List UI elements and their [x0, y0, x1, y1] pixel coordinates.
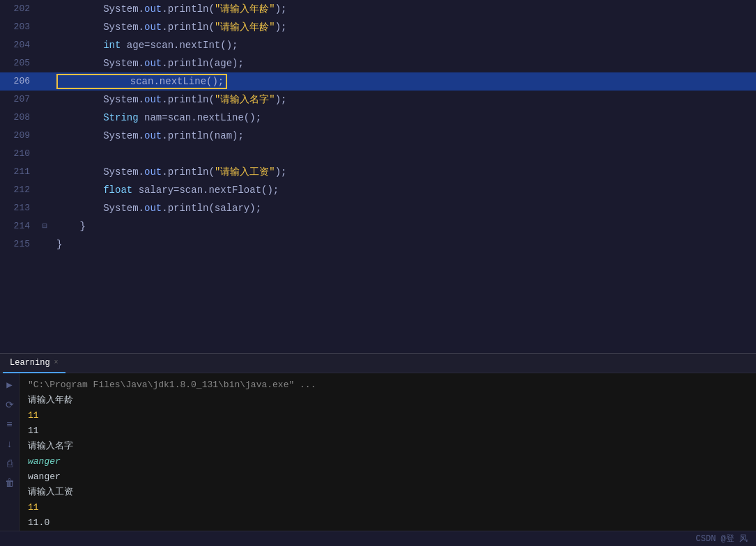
console-area: ▶ ⟳ ≡ ↓ ⎙ 🗑 "C:\Program Files\Java\jdk1.…: [0, 373, 756, 531]
code-token: out: [144, 94, 162, 105]
console-line: wanger: [28, 469, 748, 485]
run-icon[interactable]: ▶: [5, 377, 13, 392]
console-line: 11: [28, 500, 748, 515]
fold-gutter: [38, 181, 51, 199]
fold-gutter: [38, 109, 51, 127]
fold-gutter: [38, 235, 51, 254]
line-number: 212: [0, 181, 38, 199]
code-line-211: 211 System.out.println("请输入工资");: [0, 163, 756, 181]
code-line-207: 207 System.out.println("请输入名字");: [0, 91, 756, 109]
code-line-210: 210: [0, 145, 756, 163]
console-line: 11.0: [28, 515, 748, 531]
console-output: "C:\Program Files\Java\jdk1.8.0_131\bin\…: [20, 373, 756, 531]
bottom-panel-wrapper: Learning × ▶ ⟳ ≡ ↓ ⎙ 🗑 "C:\Program Files…: [0, 353, 756, 531]
fold-gutter: [38, 72, 51, 91]
line-content[interactable]: [51, 145, 756, 163]
code-line-202: 202 System.out.println("请输入年龄");: [0, 0, 756, 18]
code-token: .println(age);: [162, 58, 244, 69]
fold-gutter: [38, 145, 51, 163]
line-number: 215: [0, 235, 38, 254]
code-token: System.: [56, 203, 144, 214]
fold-gutter: [38, 127, 51, 145]
code-line-212: 212 float salary=scan.nextFloat();: [0, 181, 756, 199]
status-bar: CSDN @登 风: [0, 531, 756, 546]
code-line-204: 204 int age=scan.nextInt();: [0, 36, 756, 54]
bottom-panel: Learning × ▶ ⟳ ≡ ↓ ⎙ 🗑 "C:\Program Files…: [0, 353, 756, 531]
code-token: age=scan.nextInt();: [121, 40, 238, 51]
fold-gutter: [38, 91, 51, 109]
code-token: String: [103, 112, 138, 123]
console-line: 请输入工资: [28, 485, 748, 500]
fold-gutter: [38, 0, 51, 18]
scroll-icon[interactable]: ≡: [5, 418, 13, 432]
line-content[interactable]: System.out.println(age);: [51, 54, 756, 72]
line-number: 205: [0, 54, 38, 72]
code-token: );: [275, 3, 287, 15]
code-token: );: [275, 22, 287, 33]
console-sidebar: ▶ ⟳ ≡ ↓ ⎙ 🗑: [0, 373, 20, 531]
code-line-203: 203 System.out.println("请输入年龄");: [0, 18, 756, 36]
line-number: 210: [0, 145, 38, 163]
tab-close-icon[interactable]: ×: [54, 359, 59, 366]
code-token: "请输入名字": [215, 94, 275, 105]
code-token: "请输入工资": [215, 166, 275, 178]
code-token: [56, 40, 103, 51]
code-token: System.: [56, 3, 144, 15]
code-token: );: [275, 94, 287, 105]
clear-icon[interactable]: 🗑: [3, 476, 16, 490]
line-content[interactable]: System.out.println(salary);: [51, 199, 756, 217]
line-number: 204: [0, 36, 38, 54]
console-line: 请输入年龄: [28, 393, 748, 408]
line-content[interactable]: System.out.println("请输入名字");: [51, 91, 756, 109]
line-content[interactable]: float salary=scan.nextFloat();: [51, 181, 756, 199]
line-number: 214: [0, 217, 38, 235]
code-table: 202 System.out.println("请输入年龄");203 Syst…: [0, 0, 756, 254]
line-content[interactable]: }: [51, 235, 756, 254]
line-content[interactable]: System.out.println("请输入年龄");: [51, 18, 756, 36]
tab-label: Learning: [10, 358, 50, 368]
line-content[interactable]: System.out.println("请输入年龄");: [51, 0, 756, 18]
code-token: salary=scan.nextFloat();: [132, 185, 279, 196]
code-token: out: [144, 3, 162, 15]
fold-gutter: [38, 199, 51, 217]
code-token: System.: [56, 58, 144, 69]
code-token: float: [103, 185, 132, 196]
code-token: System.: [56, 22, 144, 33]
code-token: out: [144, 130, 162, 141]
line-number: 207: [0, 91, 38, 109]
print-icon[interactable]: ⎙: [6, 457, 14, 471]
code-token: out: [144, 203, 162, 214]
line-number: 209: [0, 127, 38, 145]
fold-gutter[interactable]: ⊟: [38, 217, 51, 235]
code-token: );: [275, 166, 287, 178]
code-line-214: 214⊟ }: [0, 217, 756, 235]
code-token: System.: [56, 94, 144, 105]
code-token: .println(: [162, 94, 215, 105]
line-content[interactable]: int age=scan.nextInt();: [51, 36, 756, 54]
code-token: "请输入年龄": [215, 3, 275, 15]
console-line: 11: [28, 423, 748, 439]
highlighted-code: scan.nextLine();: [56, 74, 227, 89]
code-token: System.: [56, 130, 144, 141]
panel-tabs: Learning ×: [0, 354, 756, 373]
code-line-213: 213 System.out.println(salary);: [0, 199, 756, 217]
code-token: .println(salary);: [162, 203, 261, 214]
fold-gutter: [38, 163, 51, 181]
line-content[interactable]: System.out.println(nam);: [51, 127, 756, 145]
line-content[interactable]: System.out.println("请输入工资");: [51, 163, 756, 181]
editor-area: 202 System.out.println("请输入年龄");203 Syst…: [0, 0, 756, 353]
line-number: 206: [0, 72, 38, 91]
line-content[interactable]: }: [51, 217, 756, 235]
line-content[interactable]: String nam=scan.nextLine();: [51, 109, 756, 127]
console-line: 请输入名字: [28, 439, 748, 454]
rerun-icon[interactable]: ⟳: [4, 398, 15, 412]
status-text: CSDN @登 风: [696, 533, 748, 545]
line-number: 203: [0, 18, 38, 36]
console-line: "C:\Program Files\Java\jdk1.8.0_131\bin\…: [28, 377, 748, 393]
tab-learning[interactable]: Learning ×: [3, 354, 65, 373]
code-token: }: [56, 221, 86, 232]
code-token: int: [103, 40, 121, 51]
code-token: [56, 112, 103, 123]
scroll-down-icon[interactable]: ↓: [5, 437, 13, 451]
line-content[interactable]: scan.nextLine();: [51, 72, 756, 91]
